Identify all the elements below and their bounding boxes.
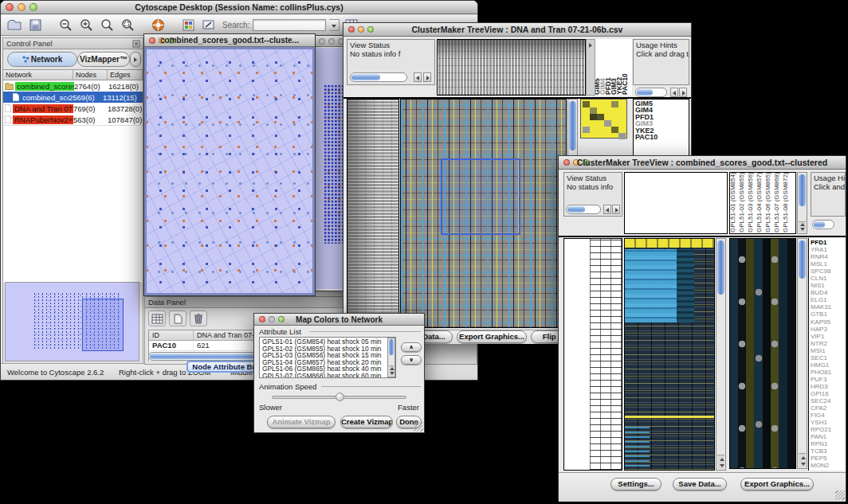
dialog-titlebar[interactable]: Map Colors to Network: [254, 314, 424, 326]
scroll-right-button[interactable]: [679, 88, 687, 97]
animate-vizmap-button[interactable]: Animate Vizmap: [267, 416, 336, 428]
network-row-selected[interactable]: combined_sco 2569(6) 13112(15): [3, 92, 143, 103]
network-row[interactable]: combined_scores 2764(0) 16218(0): [3, 80, 143, 92]
scroll-left-button[interactable]: [670, 88, 678, 97]
scroll-left-button[interactable]: [414, 72, 422, 82]
create-vizmap-button[interactable]: Create Vizmap: [340, 416, 393, 428]
heatmap-zoom-view[interactable]: [729, 238, 796, 469]
animation-speed-label: Animation Speed: [259, 382, 316, 391]
gene-label: HRD3: [811, 383, 844, 390]
scrollbar-thumb[interactable]: [799, 240, 806, 279]
delete-attribute-button[interactable]: [190, 311, 207, 326]
network-row[interactable]: RNAPuberNov2+ 563(0) 107847(0): [3, 114, 143, 125]
annotation-button[interactable]: [200, 18, 218, 33]
treeview2-usage-hints: Usage Hi Click and: [811, 172, 846, 217]
gene-label: MON2: [811, 462, 844, 469]
status-scroll-pill[interactable]: [566, 205, 601, 214]
control-panel: Control Panel Network VizMapper™ Network…: [2, 37, 143, 365]
settings-button[interactable]: Settings...: [610, 478, 662, 490]
minimize-button[interactable]: [328, 38, 335, 45]
main-titlebar[interactable]: Cytoscape Desktop (Session Name: collins…: [1, 1, 477, 14]
scrollbar-arrows[interactable]: [717, 455, 724, 469]
scrollbar-thumb[interactable]: [717, 240, 724, 295]
column-label: GPL51-04 (GSM857): [756, 172, 763, 232]
move-down-button[interactable]: ∨: [401, 355, 422, 365]
help-button[interactable]: [149, 18, 167, 33]
zoom-in-icon: [80, 18, 93, 32]
treeview1-titlebar[interactable]: ClusterMaker TreeView : DNA and Tran 07-…: [344, 23, 691, 37]
tab-network[interactable]: Network: [7, 52, 77, 67]
vizmapper-shortcut-button[interactable]: [179, 18, 197, 33]
scrollbar-thumb[interactable]: [814, 221, 825, 228]
column-tree-area[interactable]: [624, 172, 728, 234]
list-scrollbar[interactable]: [387, 338, 395, 377]
attribute-list[interactable]: GPL51-01 (GSM854) heat shock 05 min GPL5…: [259, 337, 396, 378]
tab-vizmapper[interactable]: VizMapper™: [77, 52, 130, 67]
zoom-out-button[interactable]: [57, 18, 74, 33]
scrollbar-arrows[interactable]: [389, 365, 394, 376]
overview-viewport-rect[interactable]: [82, 299, 124, 351]
open-session-button[interactable]: [6, 18, 23, 33]
float-panel-icon[interactable]: [132, 40, 140, 48]
gene-label: MAK31: [811, 303, 844, 311]
hints-scroll-pill[interactable]: [635, 88, 667, 97]
hints-scroll-pill[interactable]: [812, 220, 834, 229]
tab-overflow-arrow[interactable]: [130, 52, 141, 67]
scrollbar-thumb[interactable]: [799, 174, 806, 206]
document-icon: [5, 115, 11, 123]
column-label: GPL51-07 (GSM868): [773, 172, 780, 232]
export-graphics-label: Export Graphics...: [744, 479, 810, 488]
scrollbar-arrows[interactable]: [799, 453, 806, 467]
row-dendrogram[interactable]: [563, 238, 622, 471]
scrollbar-thumb[interactable]: [351, 74, 380, 80]
column-dendrogram[interactable]: [437, 39, 586, 96]
scroll-left-button[interactable]: [603, 205, 611, 214]
treeview2-titlebar[interactable]: ClusterMaker TreeView : combined_scores_…: [559, 156, 846, 170]
resize-grip[interactable]: [414, 422, 423, 432]
scrollbar-thumb[interactable]: [569, 101, 576, 150]
gene-label: FIG4: [811, 412, 844, 419]
global-scrollbar[interactable]: [716, 238, 726, 471]
usage-hints-line2: Click and drag to: [636, 49, 686, 58]
scrollbar-thumb[interactable]: [389, 339, 394, 355]
network1-titlebar[interactable]: combined_scores_good.txt--cluste...: [144, 34, 315, 47]
save-data-button[interactable]: Save Data...: [673, 478, 727, 490]
gene-label: SEC24: [811, 397, 844, 404]
row-dendrogram[interactable]: [347, 99, 399, 328]
save-session-button[interactable]: [26, 18, 44, 33]
select-attributes-button[interactable]: [148, 311, 166, 326]
speed-slider-thumb[interactable]: [336, 393, 344, 401]
resize-grip[interactable]: [835, 490, 845, 500]
heatmap-global-view[interactable]: [400, 99, 567, 328]
scrollbar-thumb[interactable]: [637, 89, 653, 96]
network1-canvas[interactable]: [144, 47, 315, 295]
zoom-in-button[interactable]: [77, 18, 95, 33]
scrollbar-arrows[interactable]: [799, 221, 806, 232]
new-attribute-button[interactable]: [169, 311, 186, 326]
network-nodes: 563(0): [73, 115, 108, 124]
zoom-selected-button[interactable]: [119, 18, 136, 33]
attribute-item[interactable]: GPL51-07 (GSM868) heat shock 60 min: [262, 373, 393, 378]
heatmap-selection-rect[interactable]: [441, 158, 520, 235]
network-overview-thumbnail[interactable]: [5, 282, 139, 361]
gene-label: VIP1: [811, 333, 844, 340]
scroll-right-button[interactable]: [423, 72, 431, 82]
correlation-matrix[interactable]: [580, 99, 627, 139]
export-graphics-button[interactable]: Export Graphics...: [457, 330, 527, 343]
search-input[interactable]: [253, 19, 326, 31]
search-dropdown-arrow[interactable]: [329, 19, 340, 31]
cell-id: PAC10: [149, 341, 194, 350]
status-scroll-pill[interactable]: [350, 72, 407, 82]
scrollbar-thumb[interactable]: [567, 206, 585, 213]
network-table: Network Nodes Edges combined_scores 2764…: [3, 69, 143, 283]
scroll-right-button[interactable]: [612, 205, 620, 214]
zoom-scrollbar[interactable]: [797, 238, 807, 469]
heatmap-global-view[interactable]: [624, 238, 715, 471]
move-up-button[interactable]: ∧: [401, 342, 422, 352]
close-button[interactable]: [319, 38, 325, 45]
export-graphics-button[interactable]: Export Graphics...: [740, 478, 814, 490]
labels-scrollbar[interactable]: [797, 172, 807, 234]
pane-divider[interactable]: [586, 39, 595, 96]
zoom-fit-button[interactable]: [98, 18, 116, 33]
network-row[interactable]: DNA and Tran 07 769(0) 183728(0): [3, 103, 143, 114]
